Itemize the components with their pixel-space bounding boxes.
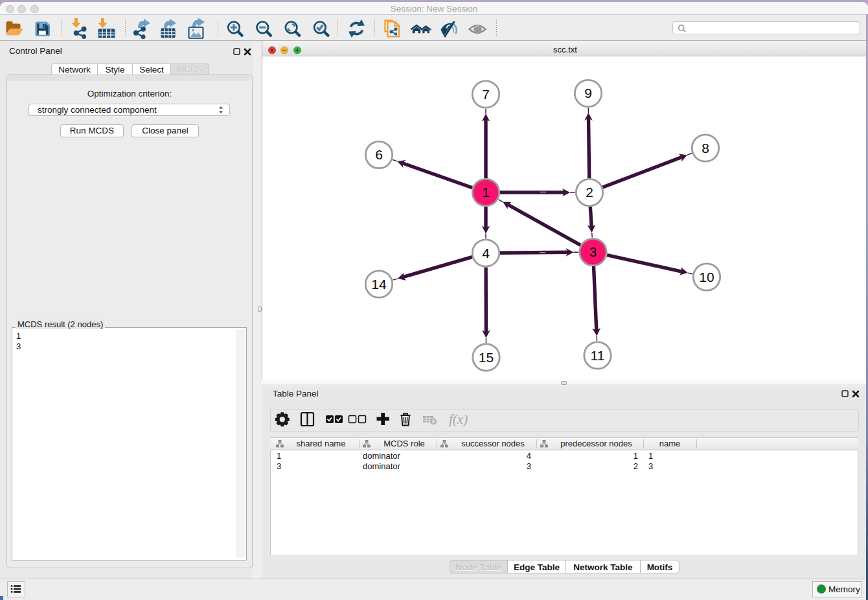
svg-text:11: 11 bbox=[591, 348, 605, 363]
svg-text:1: 1 bbox=[482, 185, 490, 200]
svg-text:f(x): f(x) bbox=[449, 411, 468, 427]
svg-text:10: 10 bbox=[699, 270, 714, 284]
svg-text:14: 14 bbox=[371, 277, 387, 292]
svg-text:8: 8 bbox=[702, 141, 709, 156]
svg-text:6: 6 bbox=[375, 147, 383, 162]
svg-text:9: 9 bbox=[584, 86, 592, 100]
svg-text:3: 3 bbox=[589, 244, 597, 259]
svg-text:7: 7 bbox=[482, 87, 490, 102]
svg-text:15: 15 bbox=[479, 350, 494, 365]
svg-text:4: 4 bbox=[482, 246, 490, 260]
svg-text:2: 2 bbox=[586, 185, 593, 200]
